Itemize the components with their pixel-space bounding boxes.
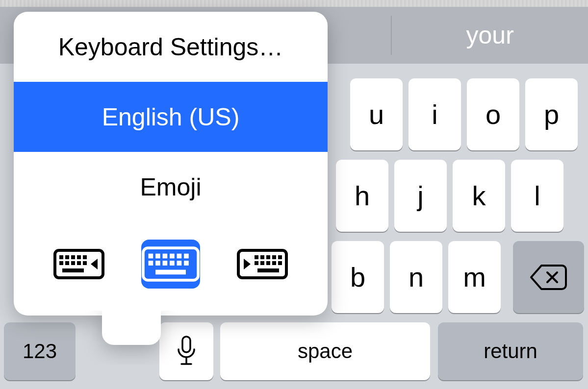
svg-rect-6	[71, 255, 75, 259]
svg-rect-27	[184, 261, 189, 266]
svg-rect-11	[71, 261, 75, 265]
keyboard-language-item-english-us[interactable]: English (US)	[14, 82, 328, 152]
microphone-icon	[176, 336, 197, 367]
backspace-icon	[530, 264, 568, 291]
svg-rect-0	[182, 337, 190, 352]
svg-rect-8	[83, 255, 87, 259]
svg-rect-19	[170, 253, 175, 258]
key-b[interactable]: b	[332, 241, 384, 313]
svg-rect-14	[62, 268, 84, 272]
svg-rect-4	[59, 255, 63, 259]
svg-rect-37	[266, 261, 270, 265]
key-dictation[interactable]	[159, 322, 213, 380]
key-u[interactable]: u	[350, 78, 403, 150]
svg-rect-38	[272, 261, 276, 265]
popover-tail	[102, 311, 161, 345]
svg-rect-17	[155, 253, 160, 258]
svg-rect-7	[77, 255, 81, 259]
key-m[interactable]: m	[448, 241, 501, 313]
svg-rect-20	[177, 253, 182, 258]
svg-rect-35	[255, 261, 258, 265]
keyboard-left-icon	[53, 249, 104, 279]
svg-rect-18	[163, 253, 168, 258]
key-return[interactable]: return	[438, 322, 583, 380]
svg-rect-36	[260, 261, 264, 265]
keyboard-language-item-emoji[interactable]: Emoji	[14, 152, 328, 222]
keyboard-layout-row	[14, 222, 328, 316]
svg-rect-22	[149, 261, 153, 266]
svg-rect-30	[255, 255, 258, 259]
key-h[interactable]: h	[336, 160, 388, 232]
svg-rect-10	[65, 261, 69, 265]
svg-rect-39	[278, 261, 282, 265]
key-n[interactable]: n	[390, 241, 442, 313]
svg-rect-21	[184, 253, 189, 258]
svg-rect-12	[77, 261, 81, 265]
keyboard-layout-left[interactable]	[50, 240, 108, 289]
svg-rect-25	[170, 261, 175, 266]
svg-rect-13	[83, 261, 87, 265]
svg-rect-24	[163, 261, 168, 266]
keyboard-layout-right[interactable]	[233, 240, 292, 289]
svg-rect-16	[149, 253, 153, 258]
key-l[interactable]: l	[511, 160, 563, 232]
key-k[interactable]: k	[453, 160, 505, 232]
svg-rect-28	[155, 269, 186, 274]
key-o[interactable]: o	[467, 78, 519, 150]
key-numbers[interactable]: 123	[4, 322, 76, 380]
key-i[interactable]: i	[409, 78, 461, 150]
keyboard-right-icon	[237, 249, 288, 279]
svg-rect-31	[260, 255, 264, 259]
svg-rect-23	[155, 261, 160, 266]
keyboard-layout-full[interactable]	[141, 240, 200, 289]
keyboard-full-icon	[141, 245, 200, 283]
svg-rect-33	[272, 255, 276, 259]
svg-rect-32	[266, 255, 270, 259]
status-strip	[0, 0, 588, 7]
key-p[interactable]: p	[525, 78, 578, 150]
key-backspace[interactable]	[513, 241, 584, 313]
key-j[interactable]: j	[394, 160, 447, 232]
key-space[interactable]: space	[220, 322, 430, 380]
keyboard-switcher-popover: Keyboard Settings… English (US) Emoji	[14, 12, 328, 316]
svg-rect-5	[65, 255, 69, 259]
svg-rect-9	[59, 261, 63, 265]
svg-rect-34	[278, 255, 282, 259]
keyboard-settings-item[interactable]: Keyboard Settings…	[14, 12, 328, 82]
suggestion-3[interactable]: your	[392, 7, 588, 64]
screen: your u i o p h j k l b n m 123	[0, 0, 588, 389]
svg-rect-40	[257, 268, 279, 272]
svg-rect-26	[177, 261, 182, 266]
